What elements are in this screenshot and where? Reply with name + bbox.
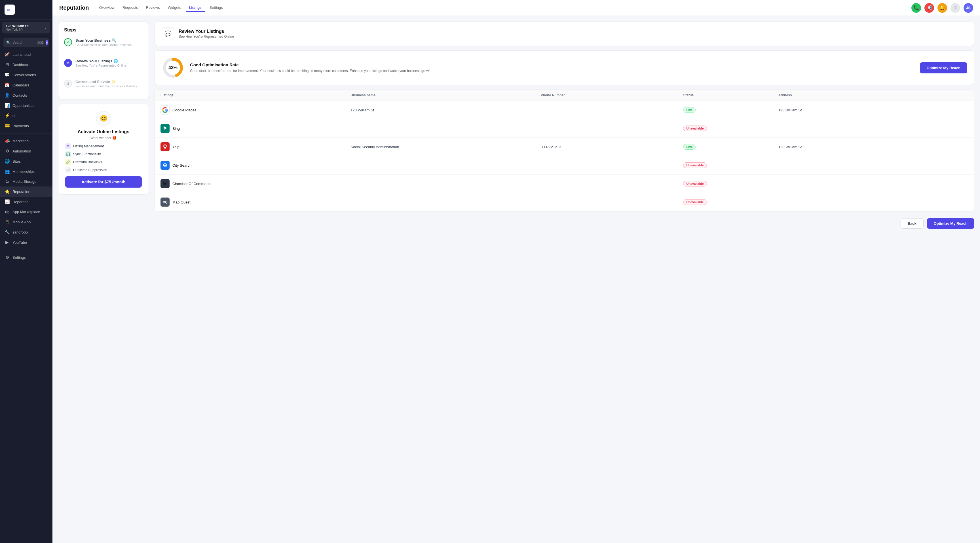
table-row: City Search Unavailable: [155, 156, 974, 175]
backlinks-icon: 🔗: [65, 159, 71, 165]
sidebar-item-reporting[interactable]: 📈 Reporting: [0, 197, 52, 207]
table-row: 🏛 Chamber Of Commerce Unavailable: [155, 175, 974, 193]
search-shortcut: ⌘K: [37, 41, 44, 44]
sidebar-item-reputation[interactable]: ⭐ Reputation: [0, 186, 52, 197]
sidebar-item-automation[interactable]: ⚙ Automation: [0, 146, 52, 156]
step-2-desc: See How You're Represented Online: [75, 64, 126, 67]
sidebar-item-opportunities[interactable]: 📊 Opportunities: [0, 100, 52, 111]
tab-requests[interactable]: Requests: [119, 4, 142, 12]
sidebar-item-mobile-app[interactable]: 📱 Mobile App: [0, 217, 52, 227]
sidebar-item-sf[interactable]: ⚡ sf: [0, 111, 52, 121]
svg-point-5: [164, 165, 166, 166]
sidebar-item-sandrooo[interactable]: 🔧 sandrooo: [0, 227, 52, 237]
sidebar-item-marketing[interactable]: 📣 Marketing: [0, 136, 52, 146]
review-header-card: 💬 Review Your Listings See How You're Re…: [154, 22, 974, 46]
memberships-icon: 👥: [5, 169, 10, 174]
add-button[interactable]: +: [46, 40, 48, 45]
sidebar-logo: HL: [0, 0, 52, 19]
yelp-logo: [161, 142, 170, 151]
youtube-icon: ▶: [5, 240, 10, 245]
tab-listings[interactable]: Listings: [186, 4, 205, 12]
settings-icon: ⚙: [5, 255, 10, 260]
optimization-text: Good Optimisation Rate Good start, but t…: [190, 62, 914, 73]
sidebar-item-youtube[interactable]: ▶ YouTube: [0, 237, 52, 248]
sidebar-item-calendars[interactable]: 📅 Calendars: [0, 80, 52, 90]
sidebar-item-settings[interactable]: ⚙ Settings: [0, 252, 52, 262]
search-bar[interactable]: 🔍 ⌘K +: [3, 38, 49, 47]
sidebar-label-contacts: Contacts: [13, 93, 27, 97]
status-yelp: Live: [683, 144, 778, 150]
sidebar-label-dashboard: Dashboard: [13, 63, 30, 67]
step-1-content: Scan Your Business 🔍 Get a Snapshot of Y…: [75, 38, 132, 46]
sidebar-label-youtube: YouTube: [13, 240, 27, 245]
tab-widgets[interactable]: Widgets: [164, 4, 185, 12]
step-3: 3 Correct and Elevate ✨ Fix Issues and B…: [64, 79, 143, 88]
sidebar-label-conversations: Conversations: [13, 73, 36, 77]
step-1: ✓ Scan Your Business 🔍 Get a Snapshot of…: [64, 38, 143, 46]
back-button[interactable]: Back: [900, 218, 924, 229]
sidebar-label-app-marketplace: App Marketplace: [13, 210, 40, 214]
tab-overview[interactable]: Overview: [95, 4, 118, 12]
step-connector-1: [68, 52, 68, 58]
nav-tabs: Overview Requests Reviews Widgets Listin…: [95, 4, 226, 12]
sidebar-item-conversations[interactable]: 💬 Conversations: [0, 70, 52, 80]
listing-chamber: 🏛 Chamber Of Commerce: [161, 179, 350, 188]
step-3-content: Correct and Elevate ✨ Fix Issues and Boo…: [75, 79, 137, 88]
main-content: Reputation Overview Requests Reviews Wid…: [52, 0, 980, 543]
help-button[interactable]: ?: [950, 3, 960, 13]
marketing-icon: 📣: [5, 138, 10, 143]
phone-button[interactable]: 📞: [912, 3, 921, 13]
address-yelp: 123 William St: [778, 145, 968, 149]
sidebar-item-contacts[interactable]: 👤 Contacts: [0, 90, 52, 100]
bing-logo: [161, 124, 170, 133]
activate-subtitle: What we offer 🎁: [91, 136, 116, 140]
chamber-logo: 🏛: [161, 179, 170, 188]
review-header-title: Review Your Listings: [179, 29, 234, 34]
step-2-circle: 2: [64, 59, 72, 67]
status-citysearch: Unavailable: [683, 162, 778, 168]
location-selector[interactable]: 123 William St New York, NY ⌄: [2, 22, 50, 33]
mobile-app-icon: 📱: [5, 219, 10, 224]
optimization-description: Good start, but there's room for improve…: [190, 68, 914, 73]
sidebar-label-mobile-app: Mobile App: [13, 220, 30, 224]
status-badge-chamber: Unavailable: [683, 181, 706, 186]
feature-list: ⚙ Listing Management 🔄 Sync Functionalit…: [65, 143, 142, 173]
topbar-left: Reputation Overview Requests Reviews Wid…: [59, 4, 226, 12]
status-badge-mapquest: Unavailable: [683, 199, 706, 205]
megaphone-button[interactable]: 📢: [924, 3, 934, 13]
tab-reviews[interactable]: Reviews: [143, 4, 163, 12]
steps-panel: Steps ✓ Scan Your Business 🔍 Get a Snaps…: [58, 22, 149, 537]
search-input[interactable]: [13, 41, 35, 44]
avatar[interactable]: JS: [964, 3, 973, 13]
listings-panel: 💬 Review Your Listings See How You're Re…: [154, 22, 974, 537]
tab-settings[interactable]: Settings: [206, 4, 226, 12]
feature-backlinks: 🔗 Premium Backlinks: [65, 159, 142, 165]
steps-card: Steps ✓ Scan Your Business 🔍 Get a Snaps…: [58, 22, 149, 100]
sidebar-item-dashboard[interactable]: ⊞ Dashboard: [0, 60, 52, 70]
payments-icon: 💳: [5, 123, 10, 129]
sidebar-item-media-storage[interactable]: 🗂 Media Storage: [0, 176, 52, 186]
sidebar-label-sf: sf: [13, 114, 15, 118]
topbar: Reputation Overview Requests Reviews Wid…: [52, 0, 980, 16]
sidebar-divider-1: [0, 133, 52, 133]
optimize-reach-button-bottom[interactable]: Optimize My Reach: [927, 218, 974, 229]
sidebar-item-payments[interactable]: 💳 Payments: [0, 121, 52, 131]
steps-title: Steps: [64, 27, 143, 33]
bell-button[interactable]: 🔔: [937, 3, 947, 13]
status-badge-yelp: Live: [683, 144, 695, 150]
sidebar-item-sites[interactable]: 🌐 Sites: [0, 156, 52, 166]
col-business-name: Business name: [350, 93, 541, 97]
sidebar-label-sandrooo: sandrooo: [13, 230, 28, 234]
sidebar-item-launchpad[interactable]: 🚀 Launchpad: [0, 49, 52, 60]
sidebar-item-memberships[interactable]: 👥 Memberships: [0, 166, 52, 176]
listing-yelp: Yelp: [161, 142, 350, 151]
status-badge-google: Live: [683, 107, 695, 113]
step-2-name: Review Your Listings 🌐: [75, 59, 126, 63]
activate-button[interactable]: Activate for $75 /month: [65, 176, 142, 187]
feature-duplicate: 🛡 Duplicate Suppression: [65, 167, 142, 173]
optimize-reach-button-top[interactable]: Optimize My Reach: [920, 62, 967, 73]
sidebar-label-reputation: Reputation: [13, 190, 30, 194]
google-logo: [161, 105, 170, 114]
sites-icon: 🌐: [5, 159, 10, 164]
sidebar-item-app-marketplace[interactable]: 🛍 App Marketplace: [0, 207, 52, 217]
